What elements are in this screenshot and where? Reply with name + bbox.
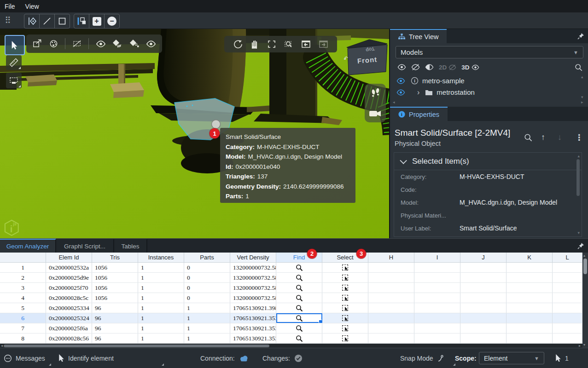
swap-view-button[interactable] [74, 14, 89, 29]
tris-cell[interactable]: 96 [92, 313, 138, 323]
scroll-left-arrow[interactable]: ◂ [393, 100, 395, 104]
empty-cell[interactable] [368, 313, 414, 323]
instances-cell[interactable]: 1 [138, 334, 184, 343]
emphasize-selected-icon[interactable] [146, 40, 156, 47]
header-parts[interactable]: Parts [184, 253, 230, 262]
empty-cell[interactable] [553, 303, 582, 313]
isolate-selected-icon[interactable] [129, 40, 140, 48]
header-tris[interactable]: Tris [92, 253, 138, 262]
menu-view[interactable]: View [25, 3, 39, 10]
empty-cell[interactable] [506, 334, 553, 343]
scrollbar-thumb[interactable] [4, 345, 269, 347]
row-number-cell[interactable]: 6 [0, 313, 46, 323]
find-cell[interactable] [276, 323, 322, 333]
properties-scrollbar[interactable] [576, 159, 580, 196]
empty-cell[interactable] [460, 303, 506, 313]
scroll-up-arrow[interactable]: ▴ [581, 75, 583, 79]
header-i[interactable]: I [414, 253, 460, 262]
select-cell[interactable] [322, 283, 368, 293]
scroll-down-arrow[interactable]: ▾ [583, 343, 585, 347]
find-cell[interactable] [276, 303, 322, 313]
header-j[interactable]: J [460, 253, 506, 262]
empty-cell[interactable] [414, 334, 460, 343]
tab-graphl-script[interactable]: Graphl Script... [56, 239, 114, 253]
elem-id-cell[interactable]: 0x2000002532a [46, 263, 92, 272]
pan-view-icon[interactable] [250, 39, 259, 49]
scroll-up-arrow[interactable]: ▴ [577, 154, 580, 158]
changes-status[interactable]: Changes: [262, 348, 303, 368]
measure-tools-button[interactable] [6, 55, 22, 70]
parts-cell[interactable]: 0 [184, 273, 230, 282]
scroll-left-arrow[interactable]: ◂ [1, 344, 3, 348]
elem-id-cell[interactable]: 0x20000028c56 [46, 334, 92, 343]
tree-node-model[interactable]: › metrostation [390, 86, 585, 98]
find-cell[interactable] [276, 263, 322, 272]
hide-all-icon[interactable] [411, 64, 420, 70]
empty-cell[interactable] [553, 273, 582, 282]
row-number-cell[interactable]: 3 [0, 283, 46, 293]
find-cell[interactable] [276, 273, 322, 282]
row-number-cell[interactable]: 2 [0, 273, 46, 282]
visibility-eye-icon[interactable] [396, 78, 405, 84]
section-tools-button[interactable] [6, 73, 22, 88]
camera-icon[interactable] [368, 109, 382, 118]
empty-cell[interactable] [414, 313, 460, 323]
corner-header-cell[interactable] [0, 253, 46, 262]
next-item-arrow-icon[interactable]: ↓ [558, 132, 562, 142]
find-cell[interactable] [276, 293, 322, 303]
empty-cell[interactable] [553, 334, 582, 343]
empty-cell[interactable] [460, 334, 506, 343]
empty-cell[interactable] [414, 263, 460, 272]
vert-density-cell[interactable]: 132000000732.58 [230, 293, 276, 303]
instances-cell[interactable]: 1 [138, 263, 184, 272]
select-cell[interactable] [322, 263, 368, 272]
empty-cell[interactable] [368, 303, 414, 313]
find-cell-focused[interactable] [276, 313, 322, 323]
select-tool-button[interactable] [5, 35, 25, 55]
instances-cell[interactable]: 1 [138, 273, 184, 282]
empty-cell[interactable] [414, 283, 460, 293]
search-icon[interactable] [575, 63, 582, 71]
toggle-3d-button[interactable]: 3D [461, 64, 479, 71]
tris-cell[interactable]: 1056 [92, 283, 138, 293]
vert-density-cell[interactable]: 17065130921.353 [230, 334, 276, 343]
elem-id-cell[interactable]: 0x20000025324 [46, 313, 92, 323]
empty-cell[interactable] [368, 263, 414, 272]
prev-item-arrow-icon[interactable]: ↑ [541, 132, 545, 142]
header-l[interactable]: L [553, 253, 582, 262]
connection-status[interactable]: Connection: [200, 348, 249, 368]
vertical-scrollbar[interactable]: ▴ ▾ [582, 253, 588, 348]
select-cell[interactable] [322, 293, 368, 303]
select-cell[interactable] [322, 303, 368, 313]
scope-select[interactable]: Element ▼ [479, 352, 544, 364]
visibility-eye-icon[interactable] [396, 89, 405, 96]
parts-cell[interactable]: 0 [184, 263, 230, 272]
place-point-button[interactable] [24, 14, 40, 29]
tris-cell[interactable]: 1056 [92, 263, 138, 272]
empty-cell[interactable] [460, 283, 506, 293]
find-cell[interactable] [276, 283, 322, 293]
empty-cell[interactable] [553, 263, 582, 272]
zoom-in-button[interactable]: + [89, 14, 105, 29]
clear-section-icon[interactable] [72, 39, 82, 48]
empty-cell[interactable] [460, 323, 506, 333]
vert-density-cell[interactable]: 17065130921.353 [230, 323, 276, 333]
tab-tree-view[interactable]: Tree View [390, 29, 447, 43]
header-elem-id[interactable]: Elem Id [46, 253, 92, 262]
place-rectangle-button[interactable] [54, 14, 70, 29]
empty-cell[interactable] [414, 273, 460, 282]
scroll-right-arrow[interactable]: ▸ [579, 344, 581, 348]
elem-id-cell[interactable]: 0x20000025f6a [46, 323, 92, 333]
empty-cell[interactable] [460, 293, 506, 303]
empty-cell[interactable] [460, 273, 506, 282]
empty-cell[interactable] [553, 293, 582, 303]
empty-cell[interactable] [506, 323, 553, 333]
export-view-icon[interactable] [32, 39, 42, 48]
empty-cell[interactable] [506, 283, 553, 293]
select-cell[interactable] [322, 323, 368, 333]
empty-cell[interactable] [414, 323, 460, 333]
elem-id-cell[interactable]: 0x20000025334 [46, 303, 92, 313]
scroll-right-arrow[interactable]: ▸ [581, 100, 583, 104]
empty-cell[interactable] [414, 303, 460, 313]
walk-mode-icon[interactable] [370, 88, 381, 100]
